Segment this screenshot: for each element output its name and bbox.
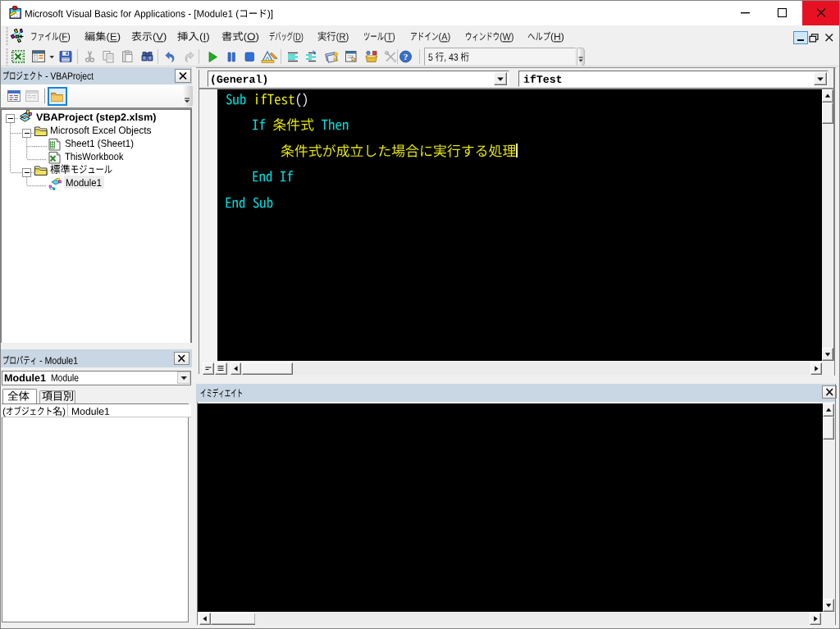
svg-text:?: ? — [403, 51, 408, 61]
